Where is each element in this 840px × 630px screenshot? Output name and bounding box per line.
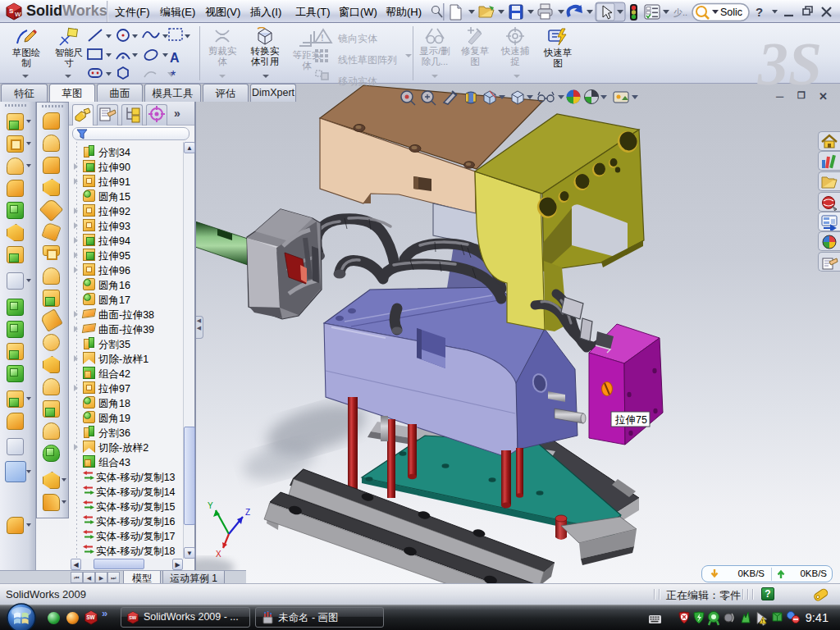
svg-text:!: ! (762, 619, 764, 623)
svg-text:Z: Z (245, 508, 250, 517)
svg-text:少..: 少.. (673, 7, 687, 17)
svg-text:A: A (170, 51, 180, 65)
svg-text:Y: Y (208, 501, 213, 510)
svg-text:Solic: Solic (720, 7, 742, 18)
svg-text:SW: SW (129, 615, 137, 620)
svg-text:拉伸75: 拉伸75 (614, 414, 647, 426)
svg-text:SW: SW (86, 614, 95, 620)
svg-text:*: * (171, 69, 176, 82)
svg-text:S: S (9, 7, 14, 15)
svg-text:!: ! (321, 33, 324, 43)
svg-text:?: ? (756, 5, 763, 19)
svg-text:W: W (15, 11, 21, 18)
svg-text:X: X (216, 550, 221, 559)
